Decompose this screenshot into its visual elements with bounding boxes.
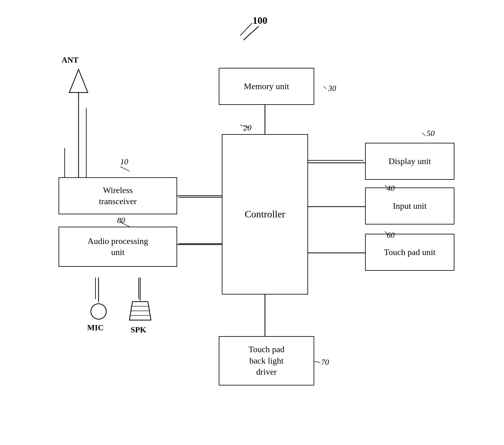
audio-processing-unit-box: Audio processingunit xyxy=(59,227,177,267)
svg-marker-31 xyxy=(69,69,88,93)
wireless-transceiver-ref: 10 xyxy=(120,157,128,167)
spk-symbol xyxy=(128,299,152,324)
input-unit-ref: 40 xyxy=(387,184,395,193)
ant-label: ANT xyxy=(62,56,79,65)
mic-symbol xyxy=(89,302,108,322)
diagram: 100 Memory unit 30 Controller 20 Wireles… xyxy=(0,0,504,445)
memory-unit-ref: 30 xyxy=(328,84,336,93)
svg-point-33 xyxy=(91,304,106,319)
memory-unit-box: Memory unit xyxy=(219,68,314,105)
svg-line-23 xyxy=(120,167,129,171)
spk-label: SPK xyxy=(131,325,146,335)
svg-line-12 xyxy=(243,26,259,40)
touch-pad-unit-ref: 60 xyxy=(387,231,395,240)
svg-line-30 xyxy=(323,86,327,89)
system-label: 100 xyxy=(253,15,267,26)
svg-line-27 xyxy=(422,133,425,136)
display-unit-ref: 50 xyxy=(427,129,435,138)
touch-pad-backlight-ref: 70 xyxy=(321,358,329,367)
audio-processing-ref: 80 xyxy=(117,216,125,225)
controller-ref: 20 xyxy=(243,123,251,133)
input-unit-box: Input unit xyxy=(365,187,454,225)
svg-line-0 xyxy=(240,23,252,35)
touch-pad-unit-box: Touch pad unit xyxy=(365,234,454,271)
mic-label: MIC xyxy=(87,323,104,332)
wireless-transceiver-box: Wirelesstransceiver xyxy=(59,177,177,214)
controller-box: Controller xyxy=(222,134,308,295)
ant-symbol xyxy=(66,66,91,98)
display-unit-box: Display unit xyxy=(365,143,454,180)
touch-pad-backlight-driver-box: Touch padback lightdriver xyxy=(219,336,314,385)
